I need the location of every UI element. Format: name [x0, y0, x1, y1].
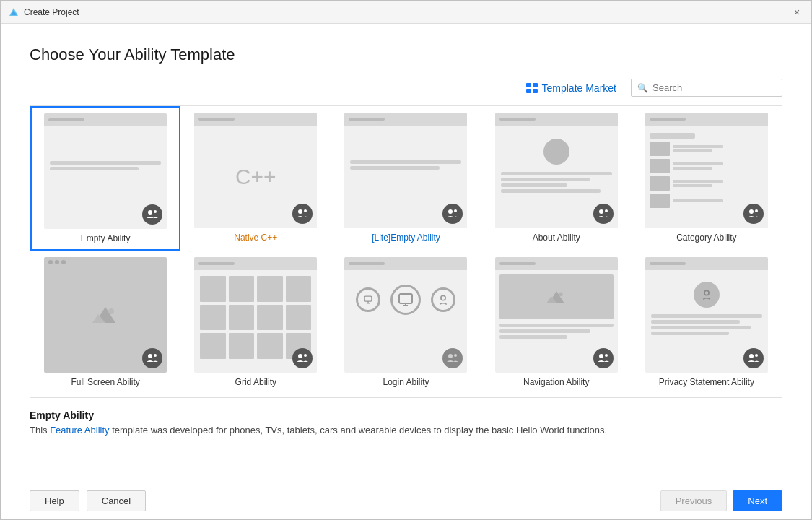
- badge-about: [593, 204, 614, 224]
- description-title: Empty Ability: [30, 410, 782, 421]
- template-label-full-screen-ability: Full Screen Ability: [71, 377, 139, 387]
- svg-point-15: [755, 209, 758, 212]
- footer: Help Cancel Previous Next: [1, 482, 811, 519]
- template-label-privacy-ability: Privacy Statement Ability: [659, 377, 754, 387]
- template-label-lite-empty: [Lite]Empty Ability: [372, 233, 440, 243]
- window-title: Create Project: [24, 7, 79, 17]
- template-card-privacy-ability[interactable]: Privacy Statement Ability: [632, 251, 782, 394]
- template-preview-cpp: C++: [194, 113, 317, 228]
- close-button[interactable]: ×: [790, 5, 804, 20]
- template-label-grid-ability: Grid Ability: [235, 377, 276, 387]
- svg-point-35: [755, 354, 758, 357]
- svg-point-19: [148, 354, 152, 358]
- template-preview-about: [495, 113, 618, 228]
- template-preview-lite-empty: [344, 113, 467, 228]
- template-card-full-screen-ability[interactable]: Full Screen Ability: [30, 251, 180, 394]
- badge-category: [743, 204, 764, 224]
- svg-point-22: [304, 354, 307, 357]
- description-area: Empty Ability This Feature Ability templ…: [30, 397, 782, 443]
- svg-point-7: [154, 210, 157, 213]
- cancel-button[interactable]: Cancel: [87, 490, 146, 511]
- template-label-about-ability: About Ability: [533, 233, 580, 243]
- badge-privacy: [743, 348, 764, 368]
- svg-point-18: [108, 308, 114, 314]
- svg-rect-3: [533, 83, 538, 87]
- badge-login: [442, 348, 463, 368]
- desc-suffix: template was developed for phones, TVs, …: [110, 425, 608, 436]
- template-card-login-ability[interactable]: Login Ability: [331, 251, 481, 394]
- template-label-navigation-ability: Navigation Ability: [523, 377, 589, 387]
- svg-point-10: [448, 209, 453, 214]
- template-card-lite-empty[interactable]: [Lite]Empty Ability: [331, 106, 481, 251]
- desc-prefix: This: [30, 425, 50, 436]
- template-preview-privacy: [645, 257, 768, 373]
- svg-point-13: [605, 209, 608, 212]
- template-preview-grid: [194, 257, 317, 373]
- search-input[interactable]: [652, 82, 776, 93]
- svg-rect-24: [399, 294, 412, 303]
- svg-point-9: [304, 209, 307, 212]
- template-preview-navigation: [495, 257, 618, 373]
- svg-point-20: [154, 354, 157, 357]
- badge-grid: [292, 348, 313, 368]
- template-preview-empty: [44, 113, 167, 229]
- description-text: This Feature Ability template was develo…: [30, 424, 782, 437]
- templates-grid: Empty Ability C++ Native C++: [30, 105, 782, 394]
- svg-rect-23: [365, 296, 372, 301]
- footer-right: Previous Next: [660, 490, 782, 511]
- badge-navigation: [593, 348, 614, 368]
- svg-point-26: [448, 354, 453, 358]
- template-card-empty-ability[interactable]: Empty Ability: [30, 106, 180, 251]
- next-button[interactable]: Next: [733, 490, 782, 511]
- template-market-icon: [526, 83, 538, 93]
- svg-point-6: [148, 210, 152, 214]
- svg-point-33: [704, 290, 709, 295]
- svg-point-34: [749, 354, 754, 358]
- svg-point-8: [298, 209, 302, 214]
- svg-rect-5: [533, 89, 538, 93]
- title-bar: Create Project ×: [1, 1, 811, 24]
- svg-point-21: [298, 354, 302, 358]
- template-market-label: Template Market: [542, 82, 616, 94]
- previous-button[interactable]: Previous: [660, 490, 728, 511]
- template-card-navigation-ability[interactable]: Navigation Ability: [481, 251, 632, 394]
- template-preview-full-screen: [44, 257, 167, 373]
- page-title: Choose Your Ability Template: [30, 46, 782, 64]
- template-label-empty-ability: Empty Ability: [81, 233, 131, 243]
- template-card-native-cpp[interactable]: C++ Native C++: [180, 106, 331, 251]
- main-window: Create Project × Choose Your Ability Tem…: [0, 0, 812, 520]
- svg-point-14: [749, 209, 754, 214]
- template-preview-login: [344, 257, 467, 373]
- svg-rect-2: [526, 83, 531, 87]
- search-icon: 🔍: [637, 83, 648, 93]
- svg-point-30: [559, 292, 563, 296]
- template-label-native-cpp: Native C++: [234, 233, 277, 243]
- svg-point-32: [605, 354, 608, 357]
- desc-link[interactable]: Feature Ability: [50, 425, 109, 436]
- title-bar-left: Create Project: [8, 6, 79, 18]
- template-card-about-ability[interactable]: About Ability: [481, 106, 632, 251]
- svg-point-12: [599, 209, 603, 214]
- svg-point-11: [454, 209, 457, 212]
- template-market-button[interactable]: Template Market: [526, 82, 616, 94]
- footer-left: Help Cancel: [30, 490, 146, 511]
- template-card-grid-ability[interactable]: Grid Ability: [180, 251, 331, 394]
- svg-point-25: [441, 295, 445, 300]
- svg-rect-4: [526, 89, 531, 93]
- svg-point-27: [454, 354, 457, 357]
- template-label-login-ability: Login Ability: [383, 377, 429, 387]
- app-icon: [8, 6, 19, 18]
- template-label-category-ability: Category Ability: [676, 233, 736, 243]
- help-button[interactable]: Help: [30, 490, 79, 511]
- badge-lite-empty: [442, 204, 463, 224]
- badge-empty: [142, 204, 162, 225]
- template-card-category-ability[interactable]: Category Ability: [632, 106, 782, 251]
- cpp-text: C++: [235, 165, 276, 189]
- template-preview-category: [645, 113, 768, 228]
- badge-full-screen: [142, 348, 162, 368]
- svg-point-31: [599, 354, 603, 358]
- mountain-icon: [92, 304, 118, 326]
- main-content: Choose Your Ability Template Template Ma…: [1, 24, 811, 482]
- toolbar: Template Market 🔍: [30, 79, 782, 97]
- search-box[interactable]: 🔍: [631, 79, 782, 97]
